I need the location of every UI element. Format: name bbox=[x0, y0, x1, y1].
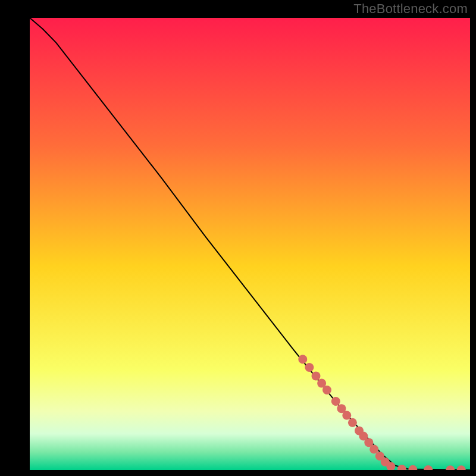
data-point bbox=[312, 371, 321, 380]
data-point bbox=[342, 411, 351, 420]
data-point bbox=[322, 386, 331, 394]
data-point bbox=[298, 355, 307, 364]
plot-area bbox=[30, 18, 470, 470]
attribution-label: TheBottleneck.com bbox=[353, 1, 468, 17]
chart-svg bbox=[30, 18, 470, 470]
data-point bbox=[331, 397, 340, 406]
data-point bbox=[369, 445, 378, 454]
gradient-background bbox=[30, 18, 470, 470]
chart-frame: TheBottleneck.com bbox=[0, 0, 476, 476]
data-point bbox=[348, 418, 357, 427]
data-point bbox=[305, 363, 314, 372]
